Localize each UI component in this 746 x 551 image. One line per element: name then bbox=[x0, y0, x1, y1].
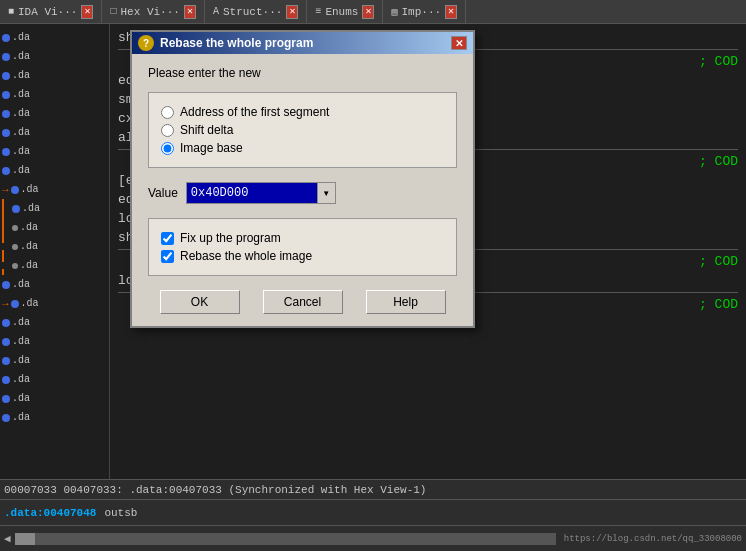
dialog-titlebar: ? Rebase the whole program ✕ bbox=[132, 32, 473, 54]
value-input[interactable] bbox=[187, 183, 317, 203]
checkbox-group: Fix up the program Rebase the whole imag… bbox=[148, 218, 457, 276]
radio-row-image: Image base bbox=[161, 141, 444, 155]
checkbox-fixup-label: Fix up the program bbox=[180, 231, 281, 245]
ok-button[interactable]: OK bbox=[160, 290, 240, 314]
dialog-body: Please enter the new Address of the firs… bbox=[132, 54, 473, 326]
radio-shift[interactable] bbox=[161, 124, 174, 137]
radio-group: Address of the first segment Shift delta… bbox=[148, 92, 457, 168]
dialog-title: Rebase the whole program bbox=[160, 36, 451, 50]
cancel-button[interactable]: Cancel bbox=[263, 290, 343, 314]
value-label: Value bbox=[148, 186, 178, 200]
checkbox-fixup[interactable] bbox=[161, 232, 174, 245]
radio-image[interactable] bbox=[161, 142, 174, 155]
rebase-dialog: ? Rebase the whole program ✕ Please ente… bbox=[130, 30, 475, 328]
checkbox-rebase-label: Rebase the whole image bbox=[180, 249, 312, 263]
checkbox-rebase[interactable] bbox=[161, 250, 174, 263]
dialog-app-icon: ? bbox=[138, 35, 154, 51]
value-row: Value ▼ bbox=[148, 182, 457, 204]
radio-image-label: Image base bbox=[180, 141, 243, 155]
dialog-prompt: Please enter the new bbox=[148, 66, 457, 80]
value-input-wrapper: ▼ bbox=[186, 182, 336, 204]
dialog-close-button[interactable]: ✕ bbox=[451, 36, 467, 50]
button-row: OK Cancel Help bbox=[148, 290, 457, 314]
dialog-overlay: ? Rebase the whole program ✕ Please ente… bbox=[0, 0, 746, 551]
radio-addr-label: Address of the first segment bbox=[180, 105, 329, 119]
radio-row-shift: Shift delta bbox=[161, 123, 444, 137]
checkbox-row-fixup: Fix up the program bbox=[161, 231, 444, 245]
checkbox-row-rebase: Rebase the whole image bbox=[161, 249, 444, 263]
radio-shift-label: Shift delta bbox=[180, 123, 233, 137]
value-dropdown-button[interactable]: ▼ bbox=[317, 183, 335, 203]
radio-row-addr: Address of the first segment bbox=[161, 105, 444, 119]
help-button[interactable]: Help bbox=[366, 290, 446, 314]
radio-addr[interactable] bbox=[161, 106, 174, 119]
